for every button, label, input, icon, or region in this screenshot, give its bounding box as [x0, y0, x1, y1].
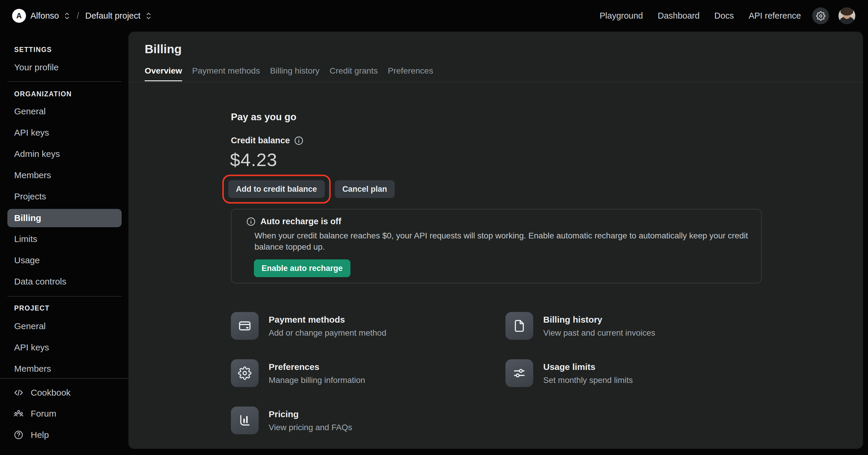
- billing-history-card[interactable]: Billing history View past and current in…: [505, 312, 748, 340]
- org-avatar[interactable]: A: [12, 9, 26, 23]
- settings-gear-button[interactable]: [812, 7, 829, 24]
- sidebar-item-cookbook[interactable]: Cookbook: [13, 386, 70, 400]
- sidebar-item-projects[interactable]: Projects: [14, 190, 46, 203]
- balance-actions: Add to credit balance Cancel plan: [222, 175, 395, 204]
- sidebar-divider: [7, 81, 122, 82]
- billing-settings-page: A Alfonso / Default project Playground D…: [0, 0, 868, 455]
- settings-sidebar: SETTINGS Your profile ORGANIZATION Gener…: [0, 32, 128, 455]
- cards-column-left: Payment methods Add or change payment me…: [231, 312, 473, 434]
- billing-panel: Billing Overview Payment methods Billing…: [128, 32, 863, 449]
- auto-recharge-box: Auto recharge is off When your credit ba…: [231, 209, 762, 283]
- sidebar-item-project-members[interactable]: Members: [14, 362, 51, 375]
- chevron-updown-icon[interactable]: [63, 11, 70, 20]
- chevron-updown-icon[interactable]: [145, 11, 152, 20]
- tab-billing-history[interactable]: Billing history: [270, 66, 319, 81]
- gear-icon: [816, 11, 826, 21]
- plan-heading: Pay as you go: [231, 111, 297, 123]
- credit-balance-value: $4.23: [230, 149, 277, 170]
- sidebar-item-org-api-keys[interactable]: API keys: [14, 126, 49, 139]
- usage-limits-card[interactable]: Usage limits Set monthly spend limits: [505, 359, 748, 387]
- document-icon: [505, 312, 533, 340]
- sidebar-item-org-members[interactable]: Members: [14, 169, 51, 182]
- cancel-plan-button[interactable]: Cancel plan: [335, 180, 395, 198]
- nav-dashboard[interactable]: Dashboard: [658, 11, 700, 21]
- page-title: Billing: [145, 42, 182, 56]
- top-bar: A Alfonso / Default project Playground D…: [0, 0, 868, 32]
- info-icon: [246, 217, 256, 226]
- users-icon: [13, 408, 24, 419]
- card-description: Set monthly spend limits: [543, 375, 633, 386]
- pricing-card[interactable]: Pricing View pricing and FAQs: [231, 406, 473, 434]
- sliders-icon: [505, 359, 533, 387]
- org-switcher[interactable]: Alfonso: [30, 11, 59, 21]
- sidebar-item-your-profile[interactable]: Your profile: [14, 61, 59, 74]
- card-title: Billing history: [543, 314, 655, 325]
- sidebar-item-forum[interactable]: Forum: [13, 406, 56, 421]
- card-title: Usage limits: [543, 361, 633, 373]
- sidebar-item-limits[interactable]: Limits: [14, 232, 37, 246]
- tab-preferences[interactable]: Preferences: [388, 66, 433, 81]
- info-icon[interactable]: [294, 136, 304, 145]
- sidebar-heading-organization: ORGANIZATION: [14, 89, 72, 99]
- sidebar-item-label: Forum: [31, 408, 56, 419]
- help-icon: [13, 429, 24, 440]
- enable-auto-recharge-button[interactable]: Enable auto recharge: [254, 259, 350, 277]
- sidebar-item-data-controls[interactable]: Data controls: [14, 275, 66, 288]
- sidebar-heading-settings: SETTINGS: [14, 44, 52, 55]
- nav-api-reference[interactable]: API reference: [749, 11, 801, 21]
- preferences-card[interactable]: Preferences Manage billing information: [231, 359, 473, 387]
- annotation-highlight-ring: Add to credit balance: [222, 175, 331, 204]
- credit-balance-label: Credit balance: [231, 136, 290, 145]
- sidebar-divider: [7, 296, 122, 296]
- cards-column-right: Billing history View past and current in…: [505, 312, 748, 387]
- tab-credit-grants[interactable]: Credit grants: [330, 66, 378, 81]
- tab-payment-methods[interactable]: Payment methods: [192, 66, 260, 81]
- card-description: View past and current invoices: [543, 328, 655, 339]
- credit-balance-label-row: Credit balance: [231, 136, 304, 145]
- tabs-divider: [128, 82, 863, 82]
- sidebar-item-label: Help: [31, 430, 49, 440]
- card-title: Preferences: [269, 361, 365, 373]
- sidebar-item-project-general[interactable]: General: [14, 320, 46, 333]
- nav-playground[interactable]: Playground: [600, 11, 643, 21]
- sidebar-item-billing-selected[interactable]: Billing: [7, 209, 122, 227]
- sidebar-item-org-general[interactable]: General: [14, 105, 46, 118]
- add-to-credit-balance-button[interactable]: Add to credit balance: [228, 180, 325, 198]
- sidebar-divider: [0, 378, 128, 379]
- card-title: Pricing: [269, 408, 352, 420]
- sidebar-item-admin-keys[interactable]: Admin keys: [14, 147, 60, 161]
- project-switcher[interactable]: Default project: [85, 11, 141, 21]
- card-description: Add or change payment method: [269, 328, 386, 339]
- auto-recharge-title: Auto recharge is off: [260, 217, 341, 226]
- gear-icon: [231, 359, 259, 387]
- nav-docs[interactable]: Docs: [714, 11, 734, 21]
- user-avatar[interactable]: [838, 7, 855, 24]
- sidebar-heading-project: PROJECT: [14, 303, 50, 313]
- breadcrumb-separator: /: [77, 11, 79, 21]
- sidebar-item-usage[interactable]: Usage: [14, 254, 40, 267]
- payment-methods-card[interactable]: Payment methods Add or change payment me…: [231, 312, 473, 340]
- sidebar-item-label: Cookbook: [31, 388, 70, 398]
- billing-tabs: Overview Payment methods Billing history…: [145, 66, 433, 81]
- auto-recharge-header: Auto recharge is off: [246, 217, 341, 226]
- org-project-breadcrumb: A Alfonso / Default project: [12, 0, 152, 32]
- card-title: Payment methods: [269, 314, 386, 325]
- card-description: View pricing and FAQs: [269, 422, 352, 433]
- code-icon: [13, 387, 24, 398]
- bar-chart-icon: [231, 406, 259, 434]
- credit-card-icon: [231, 312, 259, 340]
- top-nav: Playground Dashboard Docs API reference: [600, 0, 855, 32]
- sidebar-item-help[interactable]: Help: [13, 428, 49, 442]
- sidebar-item-project-api-keys[interactable]: API keys: [14, 341, 49, 354]
- card-description: Manage billing information: [269, 375, 365, 386]
- auto-recharge-description: When your credit balance reaches $0, you…: [254, 230, 750, 253]
- tab-overview[interactable]: Overview: [145, 66, 182, 81]
